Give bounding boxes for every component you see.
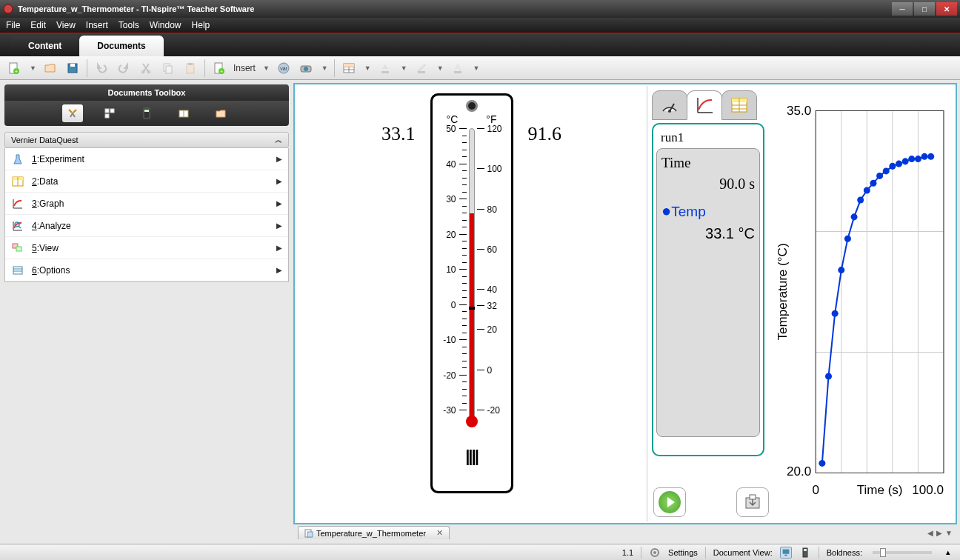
- f-tick-label: -20: [487, 405, 517, 416]
- dq-run-label[interactable]: run1: [656, 127, 760, 148]
- copy-button[interactable]: [160, 60, 176, 76]
- svg-rect-27: [454, 71, 461, 73]
- text-dropdown-icon[interactable]: ▼: [473, 64, 480, 72]
- status-page-number[interactable]: 1.1: [622, 548, 633, 557]
- redo-button[interactable]: [116, 60, 132, 76]
- c-tick-label: 0: [427, 300, 456, 310]
- fill-dropdown-icon[interactable]: ▼: [401, 64, 407, 72]
- svg-rect-42: [13, 267, 22, 274]
- svg-point-80: [915, 156, 921, 162]
- thermometer-bulb: [466, 416, 478, 427]
- f-tick-label: 60: [487, 244, 517, 255]
- menu-file[interactable]: File: [6, 20, 20, 30]
- toolbox-content-icon[interactable]: [210, 104, 231, 122]
- temperature-chart[interactable]: 35.020.00100.0Time (s)Temperature (°C): [775, 90, 950, 517]
- dq-time-label: Time: [661, 155, 755, 171]
- docview-computer-icon[interactable]: [780, 547, 792, 559]
- toolbox-utilities-icon[interactable]: [173, 104, 194, 122]
- paste-button[interactable]: [182, 60, 199, 76]
- text-color-button[interactable]: A: [450, 60, 466, 76]
- toolbox-tools-icon[interactable]: [62, 104, 83, 122]
- tab-documents[interactable]: Documents: [79, 36, 163, 56]
- document-page: 33.1 °C °F 50403020100-10-20-30: [293, 83, 957, 524]
- menu-window[interactable]: Window: [150, 20, 181, 30]
- svg-point-65: [819, 460, 825, 467]
- toolbar: + ▼ + Insert ▼ var ▼ ▼ ▼ ▼ A ▼: [0, 56, 960, 80]
- boldness-slider[interactable]: [873, 551, 932, 554]
- doc-nav-prev-icon[interactable]: ◀: [927, 529, 933, 537]
- f-tick-label: 0: [487, 365, 517, 376]
- menu-help[interactable]: Help: [192, 20, 210, 30]
- thermometer-hanger-icon: [466, 100, 478, 112]
- save-button[interactable]: [64, 60, 81, 76]
- menu-graph[interactable]: 3:Graph ▶: [5, 193, 288, 215]
- svg-rect-90: [307, 532, 313, 537]
- svg-point-76: [889, 163, 896, 170]
- svg-point-18: [304, 67, 308, 71]
- doc-nav-next-icon[interactable]: ▶: [936, 529, 942, 537]
- minimize-button[interactable]: ─: [892, 2, 913, 16]
- docview-handheld-icon[interactable]: [799, 547, 811, 559]
- new-document-button[interactable]: +: [6, 60, 22, 76]
- menu-tools[interactable]: Tools: [119, 20, 139, 30]
- doc-icon: [304, 529, 313, 538]
- undo-button[interactable]: [93, 60, 110, 76]
- insert-dropdown-icon[interactable]: ▼: [263, 64, 270, 72]
- fill-color-button[interactable]: [377, 60, 393, 76]
- menu-edit[interactable]: Edit: [30, 20, 46, 30]
- status-settings-label[interactable]: Settings: [668, 548, 698, 557]
- maximize-button[interactable]: □: [914, 2, 935, 16]
- settings-icon[interactable]: [649, 547, 661, 559]
- cut-button[interactable]: [138, 60, 154, 76]
- c-tick-label: -30: [427, 405, 456, 416]
- dataquest-panel: run1 Time 90.0 s ●Temp 33.1 °C 35.020.00…: [647, 86, 954, 521]
- menu-options[interactable]: 6:Options ▶: [5, 259, 288, 281]
- svg-point-71: [857, 197, 864, 204]
- vendor-section-header[interactable]: Vernier DataQuest ︽: [4, 132, 289, 148]
- insert-page-button[interactable]: +: [211, 60, 227, 76]
- line-dropdown-icon[interactable]: ▼: [437, 64, 444, 72]
- c-tick-label: 40: [427, 159, 456, 170]
- menu-experiment[interactable]: 1:Experiment ▶: [5, 148, 288, 170]
- menu-analyze[interactable]: 4:Analyze ▶: [5, 215, 288, 237]
- svg-rect-11: [188, 63, 193, 65]
- toolbox-page-sorter-icon[interactable]: [99, 104, 120, 122]
- menu-bar: File Edit View Insert Tools Window Help: [0, 18, 960, 34]
- svg-rect-24: [381, 71, 389, 73]
- close-button[interactable]: ✕: [936, 2, 957, 16]
- dq-tab-graph[interactable]: [687, 90, 722, 120]
- document-tab-close-icon[interactable]: ✕: [436, 528, 443, 538]
- table-dropdown-icon[interactable]: ▼: [364, 64, 371, 72]
- table-button[interactable]: [341, 60, 357, 76]
- svg-point-75: [883, 167, 890, 174]
- capture-dropdown-icon[interactable]: ▼: [321, 64, 328, 72]
- svg-text:0: 0: [812, 483, 819, 497]
- svg-rect-5: [70, 64, 75, 67]
- tab-content[interactable]: Content: [10, 36, 79, 56]
- menu-insert[interactable]: Insert: [86, 20, 108, 30]
- doc-nav-list-icon[interactable]: ▼: [945, 529, 953, 537]
- variable-button[interactable]: var: [276, 60, 292, 76]
- toolbox-calculator-icon[interactable]: [136, 104, 157, 122]
- collapse-icon: ︽: [275, 135, 282, 145]
- new-doc-dropdown-icon[interactable]: ▼: [30, 64, 36, 72]
- line-color-button[interactable]: [413, 60, 430, 76]
- svg-rect-41: [16, 247, 21, 251]
- dq-tab-meter[interactable]: [652, 90, 687, 120]
- menu-view[interactable]: View: [56, 20, 76, 30]
- menu-view[interactable]: 5:View ▶: [5, 237, 288, 259]
- menu-data[interactable]: 2:Data ▶: [5, 170, 288, 193]
- svg-point-92: [653, 551, 656, 554]
- dq-chart-area[interactable]: 35.020.00100.0Time (s)Temperature (°C): [775, 90, 950, 517]
- document-tab[interactable]: Temperature_w_Thermometer ✕: [298, 526, 450, 539]
- screen-capture-button[interactable]: [298, 60, 314, 76]
- dq-start-button[interactable]: [653, 487, 686, 517]
- open-document-button[interactable]: [42, 60, 59, 76]
- svg-rect-29: [110, 109, 114, 113]
- thermometer-ridges-icon: ||||: [433, 447, 511, 466]
- svg-rect-30: [105, 114, 109, 118]
- dq-store-button[interactable]: [736, 487, 769, 517]
- boldness-up-icon[interactable]: ▴: [942, 547, 954, 559]
- dq-tab-table[interactable]: [721, 90, 757, 120]
- thermometer-zero-mark: [469, 307, 475, 310]
